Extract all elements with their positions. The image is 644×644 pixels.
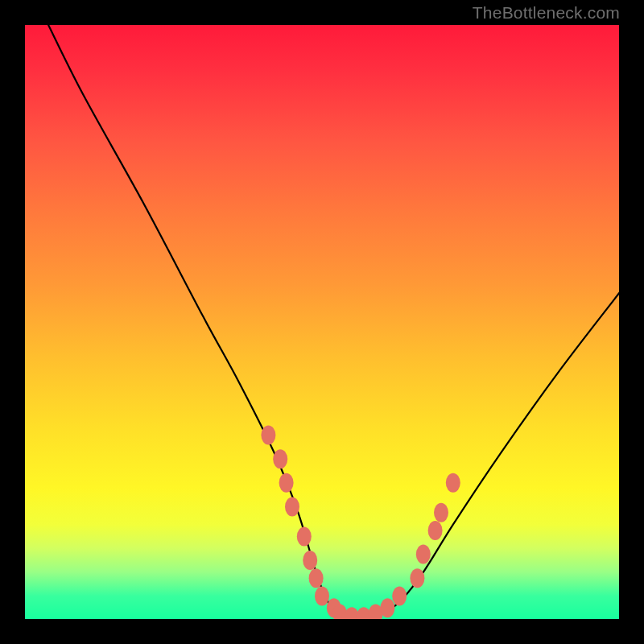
curve-marker — [273, 449, 287, 469]
curve-marker — [315, 586, 329, 605]
bottleneck-curve — [48, 24, 620, 620]
curve-marker — [309, 568, 324, 588]
curve-markers — [261, 426, 460, 620]
curve-marker — [380, 598, 394, 617]
attribution-text: TheBottleneck.com — [473, 3, 620, 23]
curve-marker — [285, 497, 299, 516]
curve-marker — [297, 526, 312, 546]
curve-marker — [434, 503, 448, 522]
curve-marker — [416, 545, 431, 564]
curve-marker — [410, 568, 424, 588]
curve-marker — [428, 521, 443, 540]
plot-area — [24, 24, 620, 620]
curve-marker — [303, 551, 317, 570]
curve-marker — [392, 586, 407, 605]
curve-marker — [261, 426, 275, 445]
chart-frame: TheBottleneck.com — [0, 0, 644, 644]
curve-marker — [279, 473, 294, 493]
curve-marker — [446, 473, 460, 493]
chart-svg — [24, 24, 620, 620]
